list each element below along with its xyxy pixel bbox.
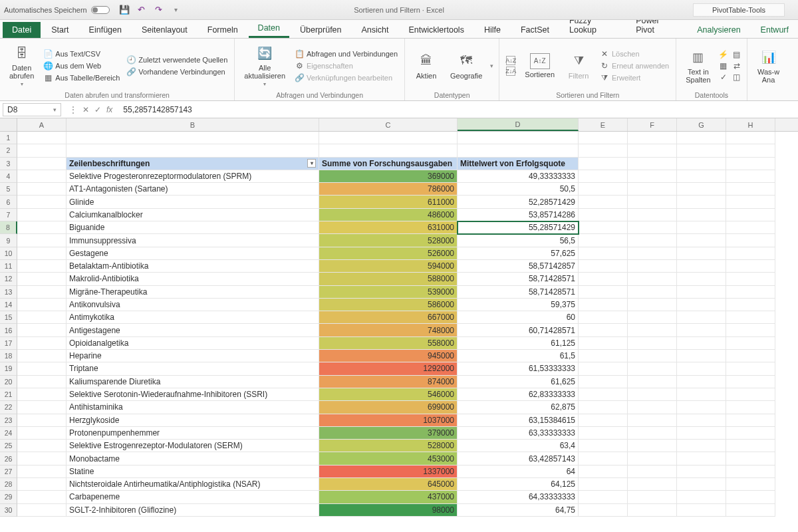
- pivot-row-label[interactable]: Statine: [66, 466, 319, 478]
- pivot-value-avg[interactable]: 64,125: [458, 478, 579, 491]
- cell[interactable]: [579, 183, 628, 196]
- cell[interactable]: [319, 132, 458, 144]
- pivot-value-avg[interactable]: 63,4: [458, 440, 579, 452]
- cell[interactable]: [726, 401, 775, 414]
- cell[interactable]: [726, 273, 775, 285]
- save-icon[interactable]: 💾: [119, 5, 130, 15]
- what-if-button[interactable]: 📊Was-w Ana: [753, 41, 785, 90]
- cell[interactable]: [726, 286, 775, 299]
- cell[interactable]: [628, 311, 677, 324]
- cell[interactable]: [579, 324, 628, 336]
- row-header[interactable]: 23: [0, 414, 17, 427]
- row-header[interactable]: 21: [0, 388, 17, 401]
- cell[interactable]: [677, 491, 726, 503]
- row-header[interactable]: 17: [0, 337, 17, 350]
- cell[interactable]: [677, 209, 726, 221]
- pivot-row-label[interactable]: Selektive Serotonin-Wiederaufnahme-Inhib…: [66, 388, 319, 401]
- pivot-value-sum[interactable]: 645000: [319, 478, 458, 491]
- cell[interactable]: [579, 196, 628, 208]
- cell[interactable]: [17, 324, 66, 336]
- cell[interactable]: [17, 196, 66, 208]
- pivot-value-sum[interactable]: 1337000: [319, 466, 458, 478]
- row-header[interactable]: 1: [0, 132, 17, 144]
- cell[interactable]: [628, 401, 677, 414]
- cell[interactable]: [17, 132, 66, 144]
- tab-start[interactable]: Start: [42, 22, 78, 38]
- cell[interactable]: [579, 376, 628, 388]
- row-header[interactable]: 4: [0, 170, 17, 183]
- cell[interactable]: [17, 234, 66, 247]
- cell[interactable]: [579, 362, 628, 375]
- cell[interactable]: [17, 388, 66, 401]
- pivot-value-sum[interactable]: 526000: [319, 247, 458, 260]
- fx-icon[interactable]: fx: [106, 105, 112, 114]
- pivot-row-label[interactable]: Herzglykoside: [66, 414, 319, 427]
- cell[interactable]: [726, 324, 775, 336]
- pivot-value-sum[interactable]: 874000: [319, 376, 458, 388]
- from-text-csv-button[interactable]: 📄Aus Text/CSV: [42, 49, 121, 59]
- cell[interactable]: [726, 311, 775, 324]
- cell[interactable]: [628, 491, 677, 503]
- name-box[interactable]: D8 ▾: [3, 103, 61, 116]
- cell[interactable]: [66, 144, 319, 157]
- cell[interactable]: [726, 234, 775, 247]
- cell[interactable]: [628, 209, 677, 221]
- cell[interactable]: [628, 196, 677, 208]
- pivot-row-label[interactable]: Immunsuppressiva: [66, 234, 319, 247]
- cell[interactable]: [579, 209, 628, 221]
- reapply-button[interactable]: ↻Erneut anwenden: [598, 61, 670, 71]
- pivot-value-sum[interactable]: 594000: [319, 260, 458, 273]
- pivot-values-header[interactable]: Mittelwert von Erfolgsquote: [458, 158, 579, 170]
- cell[interactable]: [579, 350, 628, 362]
- edit-links-button[interactable]: 🔗Verknüpfungen bearbeiten: [293, 72, 399, 83]
- pivot-values-header[interactable]: Summe von Forschungsausgaben: [319, 158, 458, 170]
- pivot-value-sum[interactable]: 539000: [319, 286, 458, 299]
- pivot-row-label[interactable]: Protonenpumpenhemmer: [66, 427, 319, 440]
- cell[interactable]: [579, 144, 628, 157]
- pivot-value-sum[interactable]: 558000: [319, 337, 458, 350]
- cell[interactable]: [726, 337, 775, 350]
- row-header[interactable]: 5: [0, 183, 17, 196]
- cell[interactable]: [579, 234, 628, 247]
- pivot-row-label[interactable]: Makrolid-Antibiotika: [66, 273, 319, 285]
- filter-dropdown-icon[interactable]: [307, 159, 316, 168]
- column-header-B[interactable]: B: [66, 118, 319, 131]
- pivot-row-label[interactable]: Antigestagene: [66, 324, 319, 336]
- cell[interactable]: [628, 376, 677, 388]
- cell[interactable]: [677, 260, 726, 273]
- cell[interactable]: [726, 221, 775, 234]
- pivot-row-label[interactable]: Antihistaminika: [66, 401, 319, 414]
- pivot-row-label[interactable]: AT1-Antagonisten (Sartane): [66, 183, 319, 196]
- row-header[interactable]: 8: [0, 221, 17, 234]
- cell[interactable]: [628, 144, 677, 157]
- row-header[interactable]: 27: [0, 466, 17, 478]
- cell[interactable]: [628, 324, 677, 336]
- get-data-button[interactable]: 🗄 Daten abrufen ▾: [5, 41, 38, 90]
- cell[interactable]: [677, 273, 726, 285]
- pivot-value-avg[interactable]: 56,5: [458, 234, 579, 247]
- cell[interactable]: [17, 491, 66, 503]
- row-header[interactable]: 11: [0, 260, 17, 273]
- row-header[interactable]: 29: [0, 491, 17, 503]
- cell[interactable]: [726, 376, 775, 388]
- cell[interactable]: [628, 427, 677, 440]
- pivot-value-avg[interactable]: 58,57142857: [458, 260, 579, 273]
- cell[interactable]: [726, 158, 775, 170]
- tab-analysieren[interactable]: Analysieren: [688, 22, 749, 38]
- tab-ansicht[interactable]: Ansicht: [352, 22, 398, 38]
- cell[interactable]: [726, 196, 775, 208]
- pivot-row-label[interactable]: Nichtsteroidale Antirheumatika/Antiphlog…: [66, 478, 319, 491]
- column-header-E[interactable]: E: [579, 118, 628, 131]
- pivot-row-label[interactable]: Antikonvulsiva: [66, 299, 319, 311]
- pivot-value-sum[interactable]: 369000: [319, 170, 458, 183]
- tab-daten[interactable]: Daten: [249, 20, 289, 38]
- pivot-row-label[interactable]: Migräne-Therapeutika: [66, 286, 319, 299]
- column-header-H[interactable]: H: [726, 118, 775, 131]
- pivot-row-label[interactable]: Calciumkanalblocker: [66, 209, 319, 221]
- pivot-row-label[interactable]: Carbapeneme: [66, 491, 319, 503]
- cell[interactable]: [17, 221, 66, 234]
- pivot-row-label[interactable]: Betalaktam-Antibiotika: [66, 260, 319, 273]
- row-header[interactable]: 24: [0, 427, 17, 440]
- cell[interactable]: [677, 452, 726, 465]
- cell[interactable]: [677, 234, 726, 247]
